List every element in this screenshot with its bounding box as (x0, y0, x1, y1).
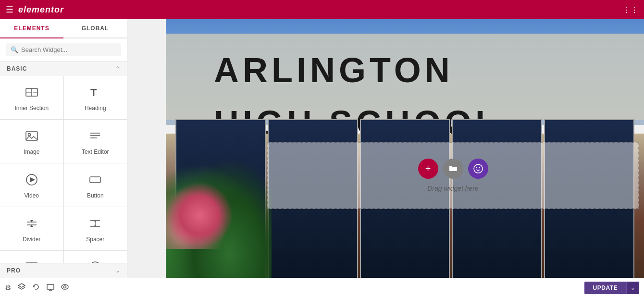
main-layout: ELEMENTS GLOBAL 🔍 BASIC ⌃ (0, 19, 644, 278)
drop-zone-text: Drag widget here (427, 185, 479, 192)
bottom-toolbar: ⚙ (0, 278, 644, 297)
school-name-line1: ARLINGTON (214, 53, 644, 87)
logo: elementor (18, 5, 64, 15)
svg-marker-31 (18, 284, 25, 287)
svg-marker-14 (96, 178, 98, 181)
canvas-area: ARLINGTON HIGH SCHOOL + (127, 19, 644, 278)
widget-button[interactable]: Button (64, 163, 127, 207)
widget-grid: Inner Section T Heading (0, 76, 127, 263)
layers-icon[interactable] (18, 283, 25, 292)
heading-label: Heading (85, 105, 106, 111)
sign-area: ARLINGTON HIGH SCHOOL (166, 34, 644, 120)
widget-heading[interactable]: T Heading (64, 76, 127, 119)
update-button[interactable]: UPDATE (584, 282, 626, 294)
bottom-toolbar-left: ⚙ (5, 283, 69, 292)
pro-section-arrow: ⌄ (115, 267, 120, 274)
svg-marker-11 (30, 177, 35, 182)
svg-marker-23 (94, 225, 97, 226)
drop-zone-controls: + (418, 159, 488, 179)
text-editor-icon (88, 129, 102, 145)
svg-point-36 (64, 286, 66, 288)
drop-zone: + Drag widge (267, 142, 639, 209)
flowers-area (166, 182, 233, 249)
widget-google-maps[interactable]: Google Maps (0, 251, 63, 263)
svg-point-30 (479, 167, 480, 168)
inner-section-label: Inner Section (14, 105, 49, 111)
search-input[interactable] (21, 46, 116, 53)
basic-section-header[interactable]: BASIC ⌃ (0, 62, 127, 76)
svg-point-28 (474, 164, 483, 173)
preview-icon[interactable] (61, 283, 69, 292)
history-icon[interactable] (32, 283, 40, 292)
template-button[interactable] (468, 159, 488, 179)
button-label: Button (87, 192, 104, 199)
svg-point-35 (62, 285, 68, 289)
svg-rect-32 (47, 285, 54, 289)
widget-inner-section[interactable]: Inner Section (0, 76, 63, 119)
widget-divider[interactable]: Divider (0, 207, 63, 250)
button-icon (88, 173, 102, 188)
inner-section-icon (25, 86, 38, 101)
svg-point-29 (476, 167, 477, 168)
search-icon: 🔍 (11, 46, 18, 53)
svg-rect-5 (26, 132, 37, 140)
sidebar-tabs: ELEMENTS GLOBAL (0, 19, 127, 38)
widget-text-editor[interactable]: Text Editor (64, 120, 127, 163)
image-icon (25, 129, 38, 145)
settings-icon[interactable]: ⚙ (5, 284, 11, 292)
svg-marker-22 (94, 221, 97, 222)
video-label: Video (25, 192, 39, 199)
top-bar: ☰ elementor ⋮⋮ (0, 0, 644, 19)
add-section-button[interactable]: + (418, 159, 438, 179)
widget-video[interactable]: Video (0, 163, 63, 207)
basic-section-arrow: ⌃ (115, 65, 120, 72)
sidebar-search: 🔍 (0, 38, 127, 62)
update-button-wrapper: UPDATE ⌄ (584, 282, 639, 294)
svg-point-6 (28, 134, 30, 136)
tab-global[interactable]: GLOBAL (63, 19, 127, 37)
video-icon (25, 173, 38, 188)
spacer-icon (88, 217, 102, 232)
top-bar-left: ☰ elementor (6, 4, 64, 15)
svg-text:T: T (90, 87, 97, 99)
divider-icon (25, 217, 38, 232)
search-wrapper: 🔍 (6, 43, 121, 56)
widget-image[interactable]: Image (0, 120, 63, 163)
tab-elements[interactable]: ELEMENTS (0, 19, 63, 38)
basic-section-label: BASIC (7, 65, 27, 72)
grid-icon[interactable]: ⋮⋮ (623, 5, 638, 14)
widget-spacer[interactable]: Spacer (64, 207, 127, 250)
sidebar: ELEMENTS GLOBAL 🔍 BASIC ⌃ (0, 19, 127, 278)
pro-section-header[interactable]: PRO ⌄ (0, 263, 127, 278)
heading-icon: T (88, 86, 102, 101)
divider-label: Divider (23, 236, 40, 243)
image-label: Image (24, 148, 39, 155)
text-editor-label: Text Editor (82, 148, 109, 155)
responsive-icon[interactable] (47, 283, 54, 292)
update-dropdown-button[interactable]: ⌄ (626, 282, 639, 294)
pro-section-label: PRO (7, 267, 21, 274)
spacer-label: Spacer (86, 236, 104, 243)
template-library-button[interactable] (443, 159, 463, 179)
hamburger-icon[interactable]: ☰ (6, 4, 13, 15)
widget-icon[interactable]: Icon (64, 251, 127, 263)
app-container: ☰ elementor ⋮⋮ ELEMENTS GLOBAL 🔍 BASIC (0, 0, 644, 297)
